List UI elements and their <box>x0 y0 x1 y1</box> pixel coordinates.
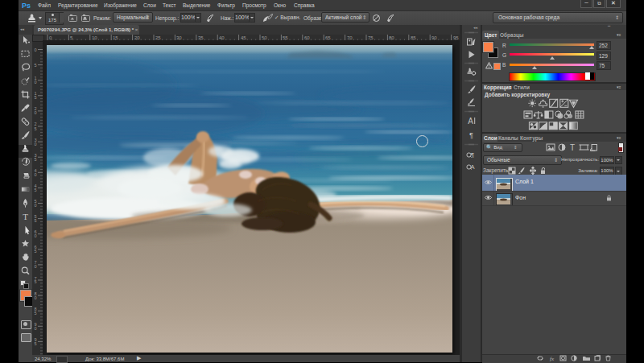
svg-text:5: 5 <box>34 126 36 131</box>
svg-text:0: 0 <box>34 326 36 331</box>
svg-text:5: 5 <box>34 188 36 192</box>
svg-text:fx: fx <box>550 356 555 362</box>
svg-text:0: 0 <box>34 264 36 269</box>
svg-text:5: 5 <box>34 63 36 68</box>
svg-text:0: 0 <box>34 80 36 85</box>
svg-text:5: 5 <box>34 218 36 223</box>
svg-text:0: 0 <box>34 172 36 177</box>
svg-text:5: 5 <box>34 279 36 284</box>
svg-text:5: 5 <box>34 311 36 316</box>
svg-text:¶: ¶ <box>469 131 473 139</box>
svg-text:T: T <box>570 143 575 152</box>
svg-text:0: 0 <box>34 233 36 238</box>
svg-text:5: 5 <box>34 95 36 100</box>
svg-text:0: 0 <box>34 47 36 52</box>
svg-text:A: A <box>468 117 473 126</box>
svg-text:5: 5 <box>34 341 36 346</box>
svg-text:5: 5 <box>34 249 36 254</box>
svg-text:0: 0 <box>34 142 36 146</box>
svg-text:0: 0 <box>34 110 36 115</box>
svg-text:0: 0 <box>34 203 36 208</box>
svg-text:T: T <box>23 212 28 221</box>
svg-text:0: 0 <box>34 295 36 300</box>
svg-text:5: 5 <box>34 157 36 162</box>
